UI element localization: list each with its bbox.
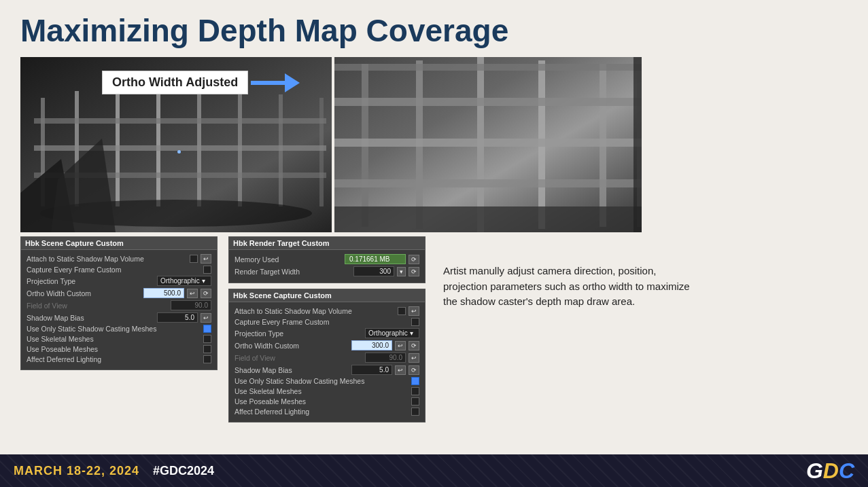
render-target-row: Memory Used 0.171661 MB ⟳ xyxy=(235,254,419,264)
panel-btn[interactable]: ⟳ xyxy=(409,365,419,375)
panel-label: Memory Used xyxy=(235,255,342,264)
annotation-label: Ortho Width Adjusted xyxy=(102,71,248,94)
render-target-panel: Hbk Render Target Custom Memory Used 0.1… xyxy=(228,236,426,283)
shadow-bias-value[interactable]: 5.0 xyxy=(157,312,198,323)
svg-rect-28 xyxy=(633,57,642,232)
panel-row: Attach to Static Shadow Map Volume ↩ xyxy=(27,254,211,264)
panel-row: Affect Deferred Lighting xyxy=(235,408,419,416)
memory-used-value: 0.171661 MB xyxy=(345,254,406,264)
left-capture-panel: Hbk Scene Capture Custom Attach to Stati… xyxy=(20,236,218,370)
panel-btn[interactable]: ↩ xyxy=(201,313,211,323)
panel-row: Use Poseable Meshes xyxy=(235,397,419,405)
checkbox-attach2[interactable] xyxy=(398,307,406,315)
panel-label: Capture Every Frame Custom xyxy=(235,318,409,326)
footer: MARCH 18-22, 2024 #GDC2024 G D C xyxy=(0,454,868,487)
images-row: Ortho Width Adjusted xyxy=(20,57,848,232)
panel-btn[interactable]: ↩ xyxy=(187,289,198,298)
depth-map-after xyxy=(334,57,642,232)
panel-row: Projection Type Orthographic ▾ xyxy=(27,276,211,286)
left-panel-title: Hbk Scene Capture Custom xyxy=(21,237,217,250)
svg-rect-9 xyxy=(34,118,326,124)
ortho-width-value[interactable]: 500.0 xyxy=(143,288,184,298)
footer-date: MARCH 18-22, 2024 xyxy=(14,464,139,478)
panel-label: Projection Type xyxy=(235,329,362,338)
checkbox-poseable[interactable] xyxy=(203,345,211,353)
panel-row: Use Skeletal Meshes xyxy=(235,387,419,395)
projection-select2[interactable]: Orthographic ▾ xyxy=(365,328,419,338)
panel-label: Field of View xyxy=(235,354,362,362)
panel-label: Use Only Static Shadow Casting Meshes xyxy=(235,377,409,385)
checkbox-static2[interactable] xyxy=(411,377,419,385)
fov-value2: 90.0 xyxy=(365,353,406,363)
ortho-width-value2[interactable]: 300.0 xyxy=(351,340,392,350)
panel-btn[interactable]: ↩ xyxy=(395,341,406,350)
panel-btn[interactable]: ↩ xyxy=(395,365,406,375)
panel-btn[interactable]: ⟳ xyxy=(409,267,419,276)
render-target-width[interactable]: 300 xyxy=(353,266,394,276)
right-panel-col: Hbk Render Target Custom Memory Used 0.1… xyxy=(228,236,426,422)
render-target-row: Render Target Width 300 ▾ ⟳ xyxy=(235,266,419,276)
annotation: Ortho Width Adjusted xyxy=(102,71,300,94)
svg-rect-26 xyxy=(334,64,642,71)
page-title: Maximizing Depth Map Coverage xyxy=(0,0,868,57)
panel-label: Shadow Map Bias xyxy=(235,366,349,374)
right-capture-panel: Hbk Scene Capture Custom Attach to Stati… xyxy=(228,289,426,422)
panel-row: Field of View 90.0 xyxy=(27,300,211,310)
depth-map-before: Ortho Width Adjusted xyxy=(20,57,332,232)
panel-row: Projection Type Orthographic ▾ xyxy=(235,328,419,338)
checkbox-capture[interactable] xyxy=(203,266,211,274)
panel-row: Ortho Width Custom 300.0 ↩ ⟳ xyxy=(235,340,419,350)
right-panel-title: Hbk Scene Capture Custom xyxy=(229,289,425,302)
svg-rect-25 xyxy=(334,179,642,187)
render-target-title: Hbk Render Target Custom xyxy=(229,237,425,250)
panel-label: Use Poseable Meshes xyxy=(27,345,201,353)
panel-btn[interactable]: ↩ xyxy=(409,306,419,316)
shadow-bias-value2[interactable]: 5.0 xyxy=(351,365,392,375)
panel-row: Capture Every Frame Custom xyxy=(235,318,419,326)
panel-btn[interactable]: ↩ xyxy=(201,254,211,264)
checkbox-skeletal2[interactable] xyxy=(411,387,419,395)
panels-and-desc: Hbk Scene Capture Custom Attach to Stati… xyxy=(20,236,848,422)
panel-row: Ortho Width Custom 500.0 ↩ ⟳ xyxy=(27,288,211,298)
panel-btn[interactable]: ↩ xyxy=(409,353,419,363)
description: Artist manully adjust camera direction, … xyxy=(436,264,695,310)
panel-label: Affect Deferred Lighting xyxy=(235,408,409,416)
checkbox-attach[interactable] xyxy=(190,255,198,263)
panel-label: Use Only Static Shadow Casting Meshes xyxy=(27,325,201,333)
panel-label: Use Skeletal Meshes xyxy=(235,387,409,395)
panel-label: Attach to Static Shadow Map Volume xyxy=(235,307,395,315)
panel-label: Capture Every Frame Custom xyxy=(27,266,201,274)
gdc-d-letter: D xyxy=(823,458,839,484)
checkbox-deferred[interactable] xyxy=(203,355,211,363)
checkbox-deferred2[interactable] xyxy=(411,408,419,416)
panel-btn[interactable]: ⟳ xyxy=(409,255,419,264)
gdc-g-letter: G xyxy=(806,458,823,484)
panel-row: Field of View 90.0 ↩ xyxy=(235,353,419,363)
panel-label: Use Skeletal Meshes xyxy=(27,335,201,343)
checkbox-poseable2[interactable] xyxy=(411,397,419,405)
panel-label: Attach to Static Shadow Map Volume xyxy=(27,255,187,263)
panel-btn[interactable]: ⟳ xyxy=(409,341,419,350)
panel-row: Use Only Static Shadow Casting Meshes xyxy=(235,377,419,385)
svg-rect-8 xyxy=(319,98,324,206)
panel-label: Shadow Map Bias xyxy=(27,314,154,322)
svg-rect-27 xyxy=(334,206,642,232)
checkbox-skeletal[interactable] xyxy=(203,335,211,343)
panel-row: Capture Every Frame Custom xyxy=(27,266,211,274)
projection-select[interactable]: Orthographic ▾ xyxy=(157,276,211,286)
panel-label: Projection Type xyxy=(27,277,154,285)
footer-hashtag: #GDC2024 xyxy=(153,464,214,478)
panel-row: Shadow Map Bias 5.0 ↩ xyxy=(27,312,211,323)
panel-label: Ortho Width Custom xyxy=(235,342,349,350)
panel-label: Ortho Width Custom xyxy=(27,289,141,297)
panel-row: Use Poseable Meshes xyxy=(27,345,211,353)
checkbox-static[interactable] xyxy=(203,325,211,333)
panel-label: Render Target Width xyxy=(235,268,351,276)
panel-row: Affect Deferred Lighting xyxy=(27,355,211,363)
panel-row: Attach to Static Shadow Map Volume ↩ xyxy=(235,306,419,316)
svg-rect-24 xyxy=(334,139,642,147)
panel-btn[interactable]: ⟳ xyxy=(201,289,211,298)
gdc-logo: G D C xyxy=(806,458,854,484)
checkbox-capture2[interactable] xyxy=(411,318,419,326)
panel-btn[interactable]: ▾ xyxy=(397,267,406,276)
